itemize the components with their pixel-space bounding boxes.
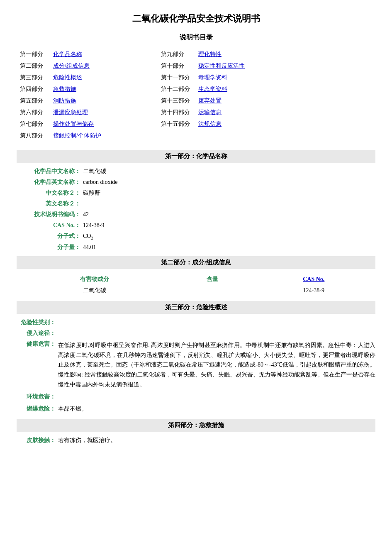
s2-name-0: 二氧化碳 [17, 285, 172, 296]
section1-value-5: 124-38-9 [83, 222, 375, 229]
toc-table: 第一部分化学品名称第九部分理化特性第二部分成分/组成信息第十部分稳定性和反应活性… [17, 49, 375, 142]
toc-part-left-2: 第三部分 [17, 72, 50, 83]
toc-link-right-5[interactable]: 运输信息 [195, 107, 375, 118]
section1-label-3: 英文名称２： [17, 200, 83, 208]
toc-link-right-4[interactable]: 废弃处置 [195, 95, 375, 107]
section3-header: 第三部分：危险性概述 [17, 301, 375, 314]
toc-part-right-7 [158, 130, 195, 142]
section4-field-0: 皮肤接触：若有冻伤，就医治疗。 [17, 435, 375, 446]
toc-sep-0 [133, 49, 158, 60]
toc-part-left-6: 第七部分 [17, 118, 50, 130]
section1-field-1: 化学品英文名称：carbon dioxide [17, 177, 375, 188]
toc-link-left-5[interactable]: 泄漏应急处理 [50, 107, 133, 118]
section3-label-0: 危险性类别： [17, 319, 58, 326]
toc-link-left-1[interactable]: 成分/组成信息 [50, 60, 133, 72]
section1-label-0: 化学品中文名称： [17, 168, 83, 175]
toc-link-right-3[interactable]: 生态学资料 [195, 83, 375, 95]
toc-link-left-4[interactable]: 消防措施 [50, 95, 133, 107]
section1-value-0: 二氧化碳 [83, 168, 375, 175]
section1-field-4: 技术说明书编码：42 [17, 209, 375, 220]
main-title: 二氧化碳化学品安全技术说明书 [17, 12, 375, 25]
section1-value-2: 碳酸酐 [83, 189, 375, 197]
toc-link-left-2[interactable]: 危险性概述 [50, 72, 133, 83]
toc-sep-4 [133, 95, 158, 107]
section1-field-6: 分子式：CO2 [17, 231, 375, 242]
section1-value-1: carbon dioxide [83, 179, 375, 186]
page-container: 二氧化碳化学品安全技术说明书 说明书目录 第一部分化学品名称第九部分理化特性第二… [0, 0, 392, 462]
toc-link-left-6[interactable]: 操作处置与储存 [50, 118, 133, 130]
section2-body: 有害物成分 含量 CAS No. 二氧化碳124-38-9 [17, 269, 375, 301]
hazardous-components-table: 有害物成分 含量 CAS No. 二氧化碳124-38-9 [17, 274, 375, 296]
toc-part-left-7: 第八部分 [17, 130, 50, 142]
toc-link-left-0[interactable]: 化学品名称 [50, 49, 133, 60]
toc-part-left-1: 第二部分 [17, 60, 50, 72]
toc-link-right-6[interactable]: 法规信息 [195, 118, 375, 130]
section3-field-3: 环境危害： [17, 391, 375, 402]
section1-label-7: 分子量： [17, 244, 83, 251]
section1-field-3: 英文名称２： [17, 198, 375, 209]
section1-field-0: 化学品中文名称：二氧化碳 [17, 166, 375, 177]
section1-value-4: 42 [83, 211, 375, 218]
section3-label-3: 环境危害： [17, 393, 58, 401]
section3-body: 危险性类别：侵入途径：健康危害：在低浓度时,对呼吸中枢呈兴奋作用. 高浓度时则产… [17, 314, 375, 419]
toc-link-left-3[interactable]: 急救措施 [50, 83, 133, 95]
section3-field-0: 危险性类别： [17, 317, 375, 328]
col-content: 含量 [172, 274, 252, 285]
section1-field-2: 中文名称２：碳酸酐 [17, 188, 375, 198]
toc-part-left-0: 第一部分 [17, 49, 50, 60]
section1-field-5: CAS No.：124-38-9 [17, 220, 375, 231]
toc-sep-1 [133, 60, 158, 72]
section4-header: 第四部分：急救措施 [17, 419, 375, 432]
toc-part-left-3: 第四部分 [17, 83, 50, 95]
section3-field-4: 燃爆危险：本品不燃。 [17, 402, 375, 416]
section1-header: 第一部分：化学品名称 [17, 150, 375, 163]
section1-field-7: 分子量：44.01 [17, 242, 375, 253]
toc-part-right-5: 第十四部分 [158, 107, 195, 118]
section3-value-4: 本品不燃。 [58, 404, 375, 414]
toc-sep-2 [133, 72, 158, 83]
section2-header: 第二部分：成分/组成信息 [17, 256, 375, 269]
toc-link-right-1[interactable]: 稳定性和反应活性 [195, 60, 375, 72]
toc-part-right-3: 第十二部分 [158, 83, 195, 95]
section3-value-2: 在低浓度时,对呼吸中枢呈兴奋作用. 高浓度时则产生抑制甚至麻痹作用。中毒机制中还… [58, 340, 375, 390]
toc-part-left-5: 第六部分 [17, 107, 50, 118]
toc-link-right-2[interactable]: 毒理学资料 [195, 72, 375, 83]
toc-link-left-7[interactable]: 接触控制/个体防护 [50, 130, 133, 142]
section4-label-0: 皮肤接触： [17, 437, 58, 444]
col-component: 有害物成分 [17, 274, 172, 285]
toc-link-right-0[interactable]: 理化特性 [195, 49, 375, 60]
section3-field-1: 侵入途径： [17, 328, 375, 339]
toc-title: 说明书目录 [17, 33, 375, 42]
section1-label-5: CAS No.： [17, 222, 83, 229]
toc-part-right-6: 第十五部分 [158, 118, 195, 130]
toc-link-right-7[interactable] [195, 130, 375, 142]
section1-label-4: 技术说明书编码： [17, 211, 83, 218]
s2-content-0 [172, 285, 252, 296]
section3-label-2: 健康危害： [17, 340, 58, 348]
section3-field-2: 健康危害：在低浓度时,对呼吸中枢呈兴奋作用. 高浓度时则产生抑制甚至麻痹作用。中… [17, 339, 375, 391]
section1-value-7: 44.01 [83, 244, 375, 251]
section1-label-6: 分子式： [17, 232, 83, 240]
toc-part-right-4: 第十三部分 [158, 95, 195, 107]
toc-sep-3 [133, 83, 158, 95]
section4-value-0: 若有冻伤，就医治疗。 [58, 437, 375, 444]
col-cas: CAS No. [252, 274, 375, 285]
section1-body: 化学品中文名称：二氧化碳化学品英文名称：carbon dioxide中文名称２：… [17, 163, 375, 256]
section1-label-1: 化学品英文名称： [17, 178, 83, 186]
section3-label-1: 侵入途径： [17, 330, 58, 337]
toc-sep-7 [133, 130, 158, 142]
toc-part-right-2: 第十一部分 [158, 72, 195, 83]
section1-label-2: 中文名称２： [17, 189, 83, 197]
toc-part-right-0: 第九部分 [158, 49, 195, 60]
toc-part-left-4: 第五部分 [17, 95, 50, 107]
s2-cas-0: 124-38-9 [252, 285, 375, 296]
toc-part-right-1: 第十部分 [158, 60, 195, 72]
toc-sep-6 [133, 118, 158, 130]
section1-value-6: CO2 [83, 233, 375, 240]
section3-label-4: 燃爆危险： [17, 405, 58, 413]
toc-sep-5 [133, 107, 158, 118]
section4-body: 皮肤接触：若有冻伤，就医治疗。 [17, 432, 375, 449]
